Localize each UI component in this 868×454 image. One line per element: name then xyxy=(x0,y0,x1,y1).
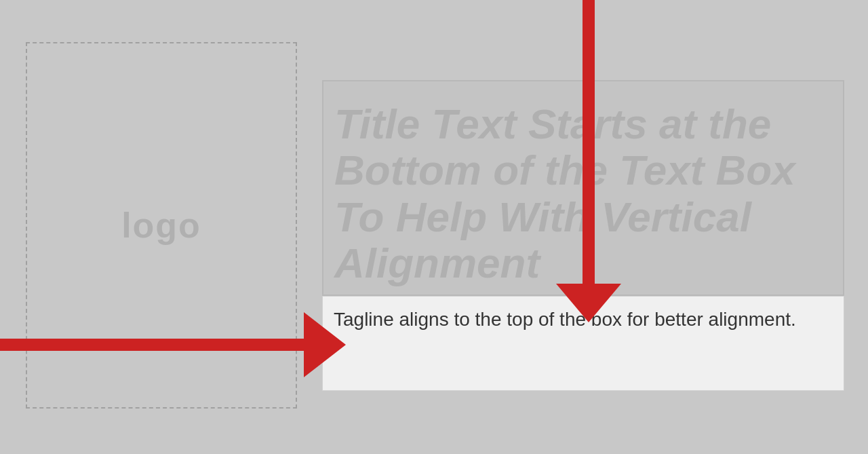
tagline-text: Tagline aligns to the top of the box for… xyxy=(334,306,796,333)
title-text-box: Title Text Starts at the Bottom of the T… xyxy=(322,80,844,296)
logo-placeholder: logo xyxy=(26,42,297,409)
title-text: Title Text Starts at the Bottom of the T… xyxy=(334,101,832,286)
logo-label: logo xyxy=(121,205,201,246)
tagline-box: Tagline aligns to the top of the box for… xyxy=(322,296,844,391)
